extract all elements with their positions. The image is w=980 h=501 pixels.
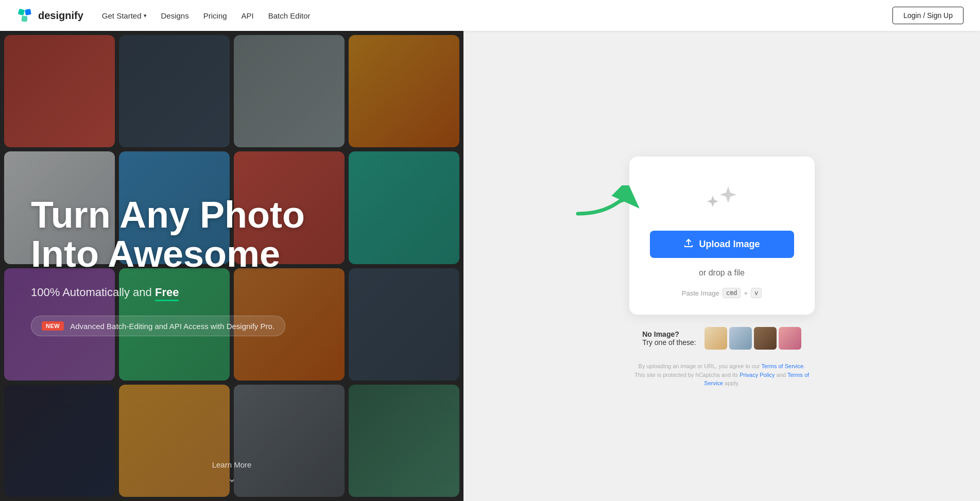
- paste-row: Paste Image cmd + v: [682, 288, 762, 298]
- v-key: v: [751, 288, 762, 298]
- green-arrow-icon: [573, 185, 640, 221]
- main-layout: Turn Any Photo Into Awesome 100% Automat…: [0, 0, 980, 501]
- plus-sign: +: [744, 289, 748, 297]
- cmd-key: cmd: [723, 288, 741, 298]
- legal-text: By uploading an image or URL, you agree …: [634, 362, 810, 388]
- nav-links: Get Started Designs Pricing API Batch Ed…: [102, 11, 311, 20]
- logo-icon: [16, 7, 33, 24]
- upload-section: Upload Image or drop a file Paste Image …: [463, 31, 980, 501]
- hero-section: Turn Any Photo Into Awesome 100% Automat…: [0, 31, 463, 501]
- new-badge-container[interactable]: NEW Advanced Batch-Editing and API Acces…: [31, 316, 285, 336]
- upload-btn-label: Upload Image: [699, 239, 760, 250]
- upload-button[interactable]: Upload Image: [650, 231, 794, 258]
- navbar-left: designify Get Started Designs Pricing AP…: [16, 7, 310, 24]
- sample-thumb-1[interactable]: [704, 327, 727, 350]
- sample-thumb-2[interactable]: [729, 327, 752, 350]
- upload-card: Upload Image or drop a file Paste Image …: [629, 157, 815, 315]
- hero-overlay: Turn Any Photo Into Awesome 100% Automat…: [0, 31, 463, 501]
- promo-text: Advanced Batch-Editing and API Access wi…: [70, 322, 274, 331]
- upload-icon: [683, 238, 694, 251]
- sample-section: No Image? Try one of these:: [642, 327, 801, 350]
- svg-rect-1: [25, 9, 31, 15]
- new-badge: NEW: [42, 321, 64, 331]
- svg-rect-2: [22, 16, 28, 22]
- sample-thumb-3[interactable]: [754, 327, 777, 350]
- terms-link-1[interactable]: Terms of Service: [761, 363, 803, 369]
- paste-label: Paste Image: [682, 289, 719, 297]
- nav-get-started[interactable]: Get Started: [102, 11, 147, 20]
- sparkles-icon: [701, 181, 743, 218]
- privacy-link[interactable]: Privacy Policy: [740, 372, 775, 378]
- svg-rect-0: [18, 9, 25, 15]
- learn-more-label: Learn More: [212, 460, 252, 469]
- hero-title: Turn Any Photo Into Awesome: [31, 196, 433, 273]
- login-button[interactable]: Login / Sign Up: [892, 7, 964, 24]
- nav-designs[interactable]: Designs: [161, 11, 189, 20]
- try-label: Try one of these:: [642, 338, 696, 347]
- logo-text: designify: [38, 10, 83, 22]
- nav-batch-editor[interactable]: Batch Editor: [268, 11, 311, 20]
- sample-label-group: No Image? Try one of these:: [642, 330, 696, 347]
- navbar-right: Login / Sign Up: [892, 7, 964, 24]
- navbar: designify Get Started Designs Pricing AP…: [0, 0, 980, 31]
- no-image-label: No Image?: [642, 330, 696, 338]
- logo[interactable]: designify: [16, 7, 83, 24]
- nav-api[interactable]: API: [242, 11, 254, 20]
- chevron-down-icon: ⌄: [228, 472, 236, 485]
- hero-subtitle: 100% Automatically and Free: [31, 286, 433, 299]
- learn-more[interactable]: Learn More ⌄: [0, 460, 463, 485]
- free-label: Free: [155, 286, 179, 301]
- drop-label: or drop a file: [699, 268, 745, 278]
- sample-thumb-4[interactable]: [779, 327, 801, 350]
- sample-images: [704, 327, 801, 350]
- promo-banner[interactable]: NEW Advanced Batch-Editing and API Acces…: [31, 316, 433, 336]
- nav-pricing[interactable]: Pricing: [203, 11, 227, 20]
